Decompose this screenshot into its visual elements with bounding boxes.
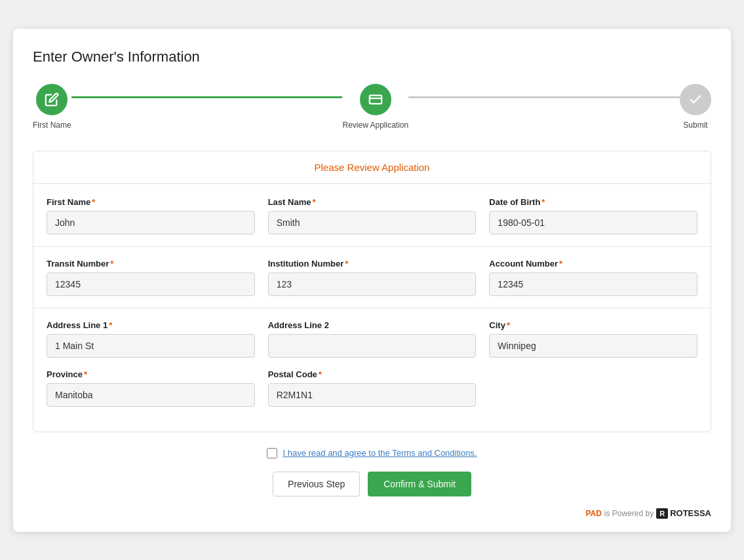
address2-input[interactable] bbox=[268, 334, 477, 358]
lastname-input[interactable] bbox=[268, 211, 477, 234]
address1-input[interactable] bbox=[47, 334, 255, 358]
step-label-review: Review Application bbox=[342, 121, 408, 130]
form-group-lastname: Last Name* bbox=[268, 197, 477, 234]
form-row-name: First Name* Last Name* Date of Birth* bbox=[47, 197, 697, 234]
step-personal: First Name bbox=[33, 84, 71, 130]
form-section-personal: First Name* Last Name* Date of Birth* bbox=[33, 197, 711, 234]
step-circle-personal bbox=[36, 84, 68, 115]
logo-box-icon: R bbox=[656, 508, 668, 519]
firstname-label: First Name* bbox=[47, 197, 255, 207]
dob-input[interactable] bbox=[489, 211, 697, 234]
form-row-banking: Transit Number* Institution Number* Acco… bbox=[47, 259, 697, 296]
form-group-province: Province* bbox=[47, 369, 255, 407]
address1-label: Address Line 1* bbox=[47, 320, 255, 330]
step-label-personal: First Name bbox=[33, 121, 71, 130]
form-row-address1: Address Line 1* Address Line 2 City* bbox=[47, 320, 697, 358]
button-row: Previous Step Confirm & Submit bbox=[33, 472, 711, 496]
institution-input[interactable] bbox=[268, 272, 477, 296]
step-submit: Submit bbox=[680, 84, 711, 130]
review-header: Please Review Application bbox=[33, 151, 711, 184]
transit-label: Transit Number* bbox=[47, 259, 255, 269]
step-line-2 bbox=[408, 96, 680, 98]
divider-2 bbox=[33, 308, 711, 308]
form-group-address1: Address Line 1* bbox=[47, 320, 255, 358]
footer-logo: R ROTESSA bbox=[656, 508, 711, 519]
edit-icon bbox=[45, 92, 59, 107]
required-star: * bbox=[92, 197, 95, 207]
province-input[interactable] bbox=[47, 383, 255, 407]
footer-is: is Powered by bbox=[604, 509, 654, 518]
divider-1 bbox=[33, 246, 711, 247]
form-group-city: City* bbox=[489, 320, 697, 358]
footer: PAD is Powered by R ROTESSA bbox=[33, 508, 711, 519]
confirm-submit-button[interactable]: Confirm & Submit bbox=[368, 472, 471, 496]
stepper: First Name Review Application Submit bbox=[33, 84, 711, 130]
form-group-firstname: First Name* bbox=[47, 197, 255, 234]
terms-label[interactable]: I have read and agree to the Terms and C… bbox=[283, 448, 477, 458]
step-review: Review Application bbox=[342, 84, 408, 130]
lastname-label: Last Name* bbox=[268, 197, 477, 207]
province-label: Province* bbox=[47, 369, 255, 379]
form-group-address2: Address Line 2 bbox=[268, 320, 477, 358]
firstname-input[interactable] bbox=[47, 211, 255, 234]
form-group-institution: Institution Number* bbox=[268, 259, 477, 296]
city-label: City* bbox=[489, 320, 697, 330]
postal-label: Postal Code* bbox=[268, 369, 477, 379]
step-label-submit: Submit bbox=[683, 121, 707, 130]
logo-text: ROTESSA bbox=[670, 508, 711, 518]
dob-label: Date of Birth* bbox=[489, 197, 697, 207]
card-icon bbox=[368, 92, 383, 107]
step-line-1 bbox=[71, 96, 343, 98]
main-card: Enter Owner's Information First Name Rev… bbox=[13, 29, 731, 532]
form-section-address: Address Line 1* Address Line 2 City* bbox=[33, 320, 711, 407]
form-group-transit: Transit Number* bbox=[47, 259, 255, 296]
transit-input[interactable] bbox=[47, 272, 255, 296]
account-input[interactable] bbox=[489, 272, 697, 296]
footer-pad: PAD bbox=[585, 509, 601, 518]
terms-checkbox[interactable] bbox=[267, 448, 277, 458]
form-section-banking: Transit Number* Institution Number* Acco… bbox=[33, 259, 711, 296]
terms-row: I have read and agree to the Terms and C… bbox=[33, 448, 711, 458]
city-input[interactable] bbox=[489, 334, 697, 358]
institution-label: Institution Number* bbox=[268, 259, 477, 269]
address2-label: Address Line 2 bbox=[268, 320, 477, 330]
check-icon bbox=[688, 92, 703, 107]
form-group-postal: Postal Code* bbox=[268, 369, 477, 407]
review-panel: Please Review Application First Name* La… bbox=[33, 151, 711, 432]
svg-rect-0 bbox=[370, 95, 382, 103]
form-row-address2: Province* Postal Code* bbox=[47, 369, 476, 407]
form-group-account: Account Number* bbox=[489, 259, 697, 296]
page-title: Enter Owner's Information bbox=[33, 48, 711, 65]
step-circle-submit bbox=[680, 84, 711, 115]
step-circle-review bbox=[360, 84, 391, 115]
form-group-dob: Date of Birth* bbox=[489, 197, 697, 234]
account-label: Account Number* bbox=[489, 259, 697, 269]
prev-step-button[interactable]: Previous Step bbox=[273, 472, 360, 496]
postal-input[interactable] bbox=[268, 383, 477, 407]
